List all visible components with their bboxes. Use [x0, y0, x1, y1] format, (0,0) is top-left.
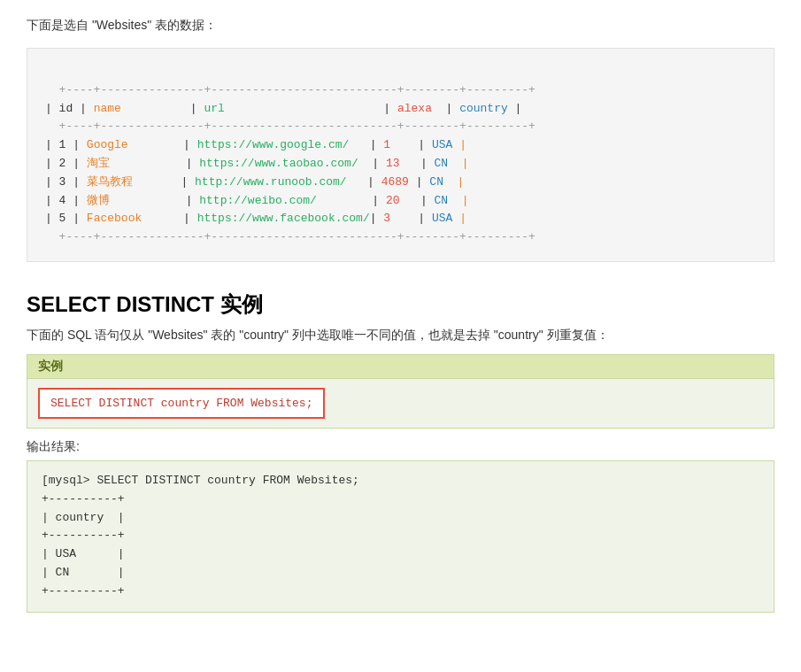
output-line-2: +----------+ [42, 492, 125, 506]
example-label: 实例 [27, 355, 774, 379]
websites-table: +----+---------------+------------------… [27, 48, 774, 262]
table-row: | 3 | 菜鸟教程 | http://www.runoob.com/ | 46… [45, 175, 464, 189]
section-title: SELECT DISTINCT 实例 [27, 290, 774, 319]
output-label: 输出结果: [27, 439, 774, 455]
table-header-row: | id | name | url | alexa | country | [45, 102, 521, 115]
output-line-7: +----------+ [42, 584, 125, 598]
table-row: | 2 | 淘宝 | https://www.taobao.com/ | 13 … [45, 157, 469, 170]
table-row: | 1 | Google | https://www.google.cm/ | … [45, 138, 466, 151]
output-container: [mysql> SELECT DISTINCT country FROM Web… [27, 460, 774, 613]
table-sep-top: +----+---------------+------------------… [59, 83, 535, 97]
table-sep-bot: +----+---------------+------------------… [59, 230, 535, 243]
sql-code: SELECT DISTINCT country FROM Websites; [38, 388, 325, 419]
output-line-6: | CN | [42, 566, 125, 579]
table-sep-mid: +----+---------------+------------------… [59, 120, 535, 133]
table-row: | 5 | Facebook | https://www.facebook.co… [45, 212, 466, 225]
output-line-3: | country | [42, 511, 125, 524]
section-desc: 下面的 SQL 语句仅从 "Websites" 表的 "country" 列中选… [27, 328, 774, 344]
table-row: | 4 | 微博 | http://weibo.com/ | 20 | CN | [45, 194, 469, 207]
intro-text: 下面是选自 "Websites" 表的数据： [27, 18, 774, 34]
example-code-area: SELECT DISTINCT country FROM Websites; [27, 379, 774, 428]
output-line-5: | USA | [42, 547, 125, 560]
output-line-1: [mysql> SELECT DISTINCT country FROM Web… [42, 474, 359, 487]
example-box: 实例 SELECT DISTINCT country FROM Websites… [27, 354, 774, 429]
output-line-4: +----------+ [42, 529, 125, 542]
